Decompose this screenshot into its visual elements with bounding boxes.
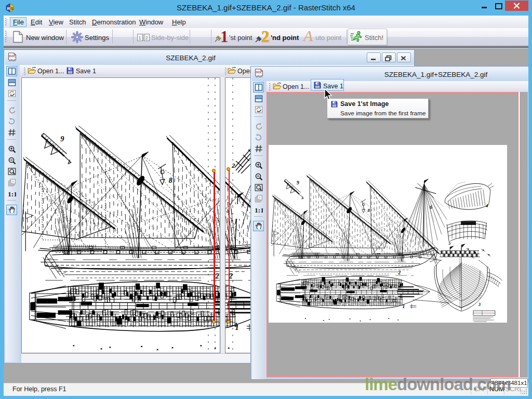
svg-text:DOC: DOC bbox=[256, 71, 262, 74]
svg-text:1:1: 1:1 bbox=[255, 206, 263, 214]
svg-text:2: 2 bbox=[145, 35, 148, 41]
svg-text:DOC: DOC bbox=[9, 55, 16, 58]
svg-text:1:1: 1:1 bbox=[8, 190, 16, 198]
svg-text:1: 1 bbox=[139, 35, 141, 41]
